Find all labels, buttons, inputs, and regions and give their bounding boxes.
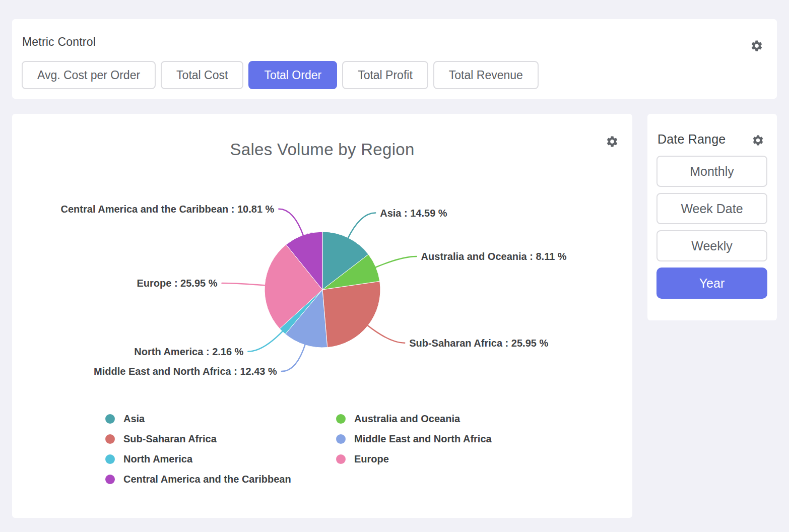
legend-dot-icon [336, 434, 346, 444]
sales-volume-chart-panel: Sales Volume by Region Asia : 14.59 %Aus… [12, 114, 632, 518]
legend-dot-icon [336, 414, 346, 424]
slice-label-asia: Asia : 14.59 % [380, 208, 447, 219]
legend-label: Australia and Oceania [354, 413, 460, 425]
metric-button-total-cost[interactable]: Total Cost [161, 61, 243, 89]
date-button-monthly[interactable]: Monthly [656, 156, 767, 187]
settings-gear-icon[interactable] [752, 134, 764, 147]
legend-item-central-america-and-the-caribbean[interactable]: Central America and the Caribbean [105, 474, 336, 485]
chart-title: Sales Volume by Region [12, 140, 632, 159]
legend-label: Europe [354, 453, 389, 465]
legend-dot-icon [336, 454, 346, 464]
slice-label-australia-and-oceania: Australia and Oceania : 8.11 % [421, 251, 567, 262]
legend-dot-icon [105, 475, 115, 484]
slice-label-middle-east-and-north-africa: Middle East and North Africa : 12.43 % [94, 366, 277, 377]
label-line-sub-saharan-africa [367, 325, 405, 343]
settings-gear-icon[interactable] [606, 135, 619, 148]
pie-chart: Asia : 14.59 %Australia and Oceania : 8.… [12, 171, 632, 408]
legend-item-north-america[interactable]: North America [105, 453, 336, 465]
metric-button-total-profit[interactable]: Total Profit [342, 61, 428, 89]
slice-label-central-america-and-the-caribbean: Central America and the Caribbean : 10.8… [61, 204, 275, 215]
legend-dot-icon [105, 434, 115, 444]
label-line-asia [348, 213, 376, 239]
metric-button-total-revenue[interactable]: Total Revenue [433, 61, 539, 89]
date-button-weekly[interactable]: Weekly [656, 230, 767, 261]
label-line-australia-and-oceania [374, 256, 416, 268]
date-range-panel: Date Range MonthlyWeek DateWeeklyYear [647, 114, 777, 320]
legend-item-asia[interactable]: Asia [105, 413, 336, 425]
legend-label: Asia [123, 413, 145, 425]
label-line-central-america-and-the-caribbean [279, 209, 303, 237]
slice-label-sub-saharan-africa: Sub-Saharan Africa : 25.95 % [409, 338, 548, 349]
settings-gear-icon[interactable] [750, 39, 763, 52]
date-range-title: Date Range [658, 132, 726, 147]
metric-button-group: Avg. Cost per OrderTotal CostTotal Order… [22, 61, 539, 89]
metric-control-title: Metric Control [22, 35, 96, 49]
date-button-week-date[interactable]: Week Date [656, 193, 767, 224]
date-range-button-group: MonthlyWeek DateWeeklyYear [656, 156, 767, 299]
legend-item-europe[interactable]: Europe [336, 453, 492, 465]
legend-label: Central America and the Caribbean [123, 474, 291, 485]
legend-item-australia-and-oceania[interactable]: Australia and Oceania [336, 413, 492, 425]
legend-label: Sub-Saharan Africa [123, 433, 217, 445]
label-line-north-america [248, 330, 283, 352]
legend-dot-icon [105, 454, 115, 464]
slice-label-europe: Europe : 25.95 % [137, 278, 217, 289]
label-line-europe [222, 283, 267, 286]
date-button-year[interactable]: Year [656, 268, 767, 299]
metric-control-panel: Metric Control Avg. Cost per OrderTotal … [12, 19, 777, 99]
legend-item-sub-saharan-africa[interactable]: Sub-Saharan Africa [105, 433, 336, 445]
legend-item-middle-east-and-north-africa[interactable]: Middle East and North Africa [336, 433, 492, 445]
label-line-middle-east-and-north-africa [282, 344, 306, 371]
legend-label: Middle East and North Africa [354, 433, 492, 445]
chart-legend: AsiaAustralia and OceaniaSub-Saharan Afr… [105, 413, 492, 485]
metric-button-total-order[interactable]: Total Order [248, 61, 337, 89]
legend-dot-icon [105, 414, 115, 424]
slice-label-north-america: North America : 2.16 % [134, 346, 243, 357]
metric-button-avg-cost-per-order[interactable]: Avg. Cost per Order [22, 61, 156, 89]
pie-slice-sub-saharan-africa[interactable] [322, 281, 380, 347]
legend-label: North America [123, 453, 192, 465]
